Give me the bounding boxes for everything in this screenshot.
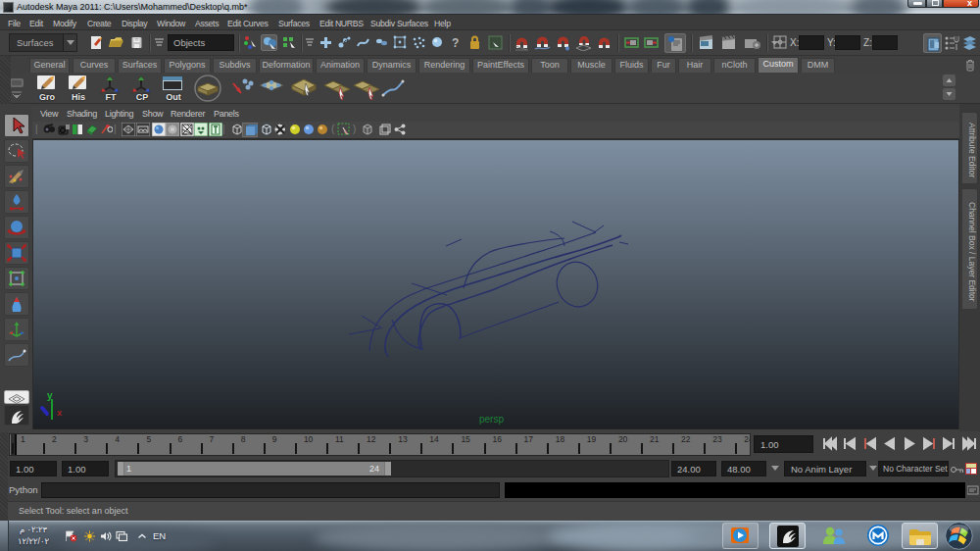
svg-text:y: y — [47, 390, 53, 401]
svg-text:?: ? — [452, 36, 459, 50]
svg-text:x: x — [57, 408, 62, 418]
